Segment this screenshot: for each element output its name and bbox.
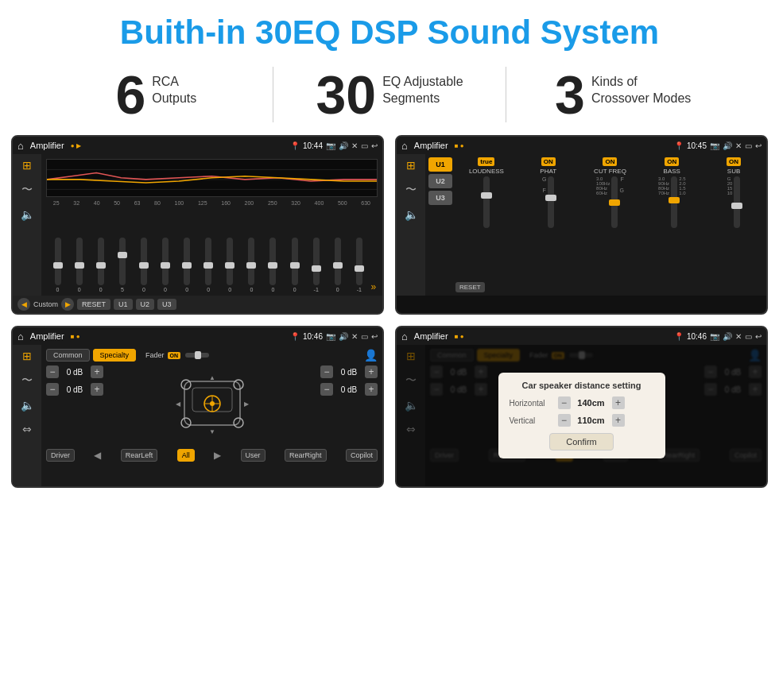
left-arrow-s3[interactable]: ◀ xyxy=(94,450,101,461)
screen-4-dialog: ⌂ Amplifier ■ ● 📍 10:46 📷 🔊 ✕ ▭ ↩ ⊞ 〜 🔈 … xyxy=(395,326,768,488)
filter-icon-s1[interactable]: ⊞ xyxy=(22,159,32,172)
stat-number-6: 6 xyxy=(115,68,145,122)
ch-lt-val: 0 dB xyxy=(62,368,87,377)
horizontal-val: 140cm xyxy=(576,398,607,408)
car-diagram: ▲ ▼ ◀ ▶ xyxy=(169,365,256,445)
screen-3-fader: ⌂ Amplifier ■ ● 📍 10:46 📷 🔊 ✕ ▭ ↩ ⊞ 〜 🔈 … xyxy=(11,326,384,488)
rearleft-btn-s3[interactable]: RearLeft xyxy=(121,449,158,462)
back-icon-s1[interactable]: ↩ xyxy=(371,141,378,150)
u1-active-button[interactable]: U1 xyxy=(428,157,452,172)
ch-rb-minus[interactable]: − xyxy=(320,383,333,396)
common-tab-s3[interactable]: Common xyxy=(46,349,90,362)
wave-icon-s2[interactable]: 〜 xyxy=(405,183,417,197)
specialty-tab-s3[interactable]: Specialty xyxy=(93,349,137,362)
volume-icon-s1[interactable]: 🔈 xyxy=(21,208,34,221)
stat-eq: 30 EQ AdjustableSegments xyxy=(281,68,498,122)
ch-lt-minus[interactable]: − xyxy=(46,365,59,378)
stat-divider-2 xyxy=(506,67,506,122)
home-icon-s3[interactable]: ⌂ xyxy=(17,331,24,342)
svg-text:◀: ◀ xyxy=(176,400,181,408)
wave-icon-s1[interactable]: 〜 xyxy=(21,183,33,197)
vertical-plus-btn[interactable]: + xyxy=(612,414,625,427)
u2-inactive-button[interactable]: U2 xyxy=(428,174,452,188)
wave-icon-s3[interactable]: 〜 xyxy=(21,373,33,388)
window-icon-s3[interactable]: ▭ xyxy=(361,332,368,341)
reset-button-s2[interactable]: RESET xyxy=(455,282,485,292)
horizontal-minus-btn[interactable]: − xyxy=(558,396,571,409)
slider-15: -1 xyxy=(349,238,369,292)
rearright-btn-s3[interactable]: RearRight xyxy=(285,449,327,462)
right-arrow-s3[interactable]: ▶ xyxy=(214,450,221,461)
ch-lb-minus[interactable]: − xyxy=(46,383,59,396)
window-icon-s4[interactable]: ▭ xyxy=(745,332,752,341)
screen4-topbar-icons: 📍 10:46 📷 🔊 ✕ ▭ ↩ xyxy=(674,332,762,341)
sound-icon-s2: 🔊 xyxy=(723,141,732,150)
screen2-topbar-icons: 📍 10:45 📷 🔊 ✕ ▭ ↩ xyxy=(674,141,762,150)
stat-number-3: 3 xyxy=(555,68,585,122)
ch-rb-plus[interactable]: + xyxy=(365,383,378,396)
camera-icon-s3: 📷 xyxy=(326,332,335,341)
u1-button-s1[interactable]: U1 xyxy=(114,299,133,310)
back-icon-s3[interactable]: ↩ xyxy=(371,332,378,341)
next-preset-button[interactable]: ▶ xyxy=(61,298,74,311)
location-icon-s4: 📍 xyxy=(674,332,684,341)
stat-label-rca: RCAOutputs xyxy=(152,68,196,107)
back-icon-s2[interactable]: ↩ xyxy=(755,141,762,150)
screen3-title: Amplifier xyxy=(30,331,64,341)
bass-module: ON BASS 3.090Hz80Hz70Hz 2.52.01 xyxy=(642,157,701,278)
reset-button-s1[interactable]: RESET xyxy=(77,299,110,310)
driver-btn-s3[interactable]: Driver xyxy=(46,449,75,462)
all-btn-s3[interactable]: All xyxy=(177,449,195,462)
expand-icon-s1[interactable]: » xyxy=(370,281,376,292)
horizontal-plus-btn[interactable]: + xyxy=(612,396,625,409)
screen2-body: ⊞ 〜 🔈 U1 U2 U3 true LOUDNESS xyxy=(397,154,766,296)
vertical-minus-btn[interactable]: − xyxy=(558,414,571,427)
u3-button-s1[interactable]: U3 xyxy=(157,299,176,310)
back-icon-s4[interactable]: ↩ xyxy=(755,332,762,341)
prev-preset-button[interactable]: ◀ xyxy=(17,298,30,311)
screen3-channel-rows: − 0 dB + − 0 dB + xyxy=(46,365,378,445)
filter-icon-s3[interactable]: ⊞ xyxy=(22,350,32,362)
preset-label: Custom xyxy=(33,300,58,308)
user-btn-s3[interactable]: User xyxy=(241,449,265,462)
close-icon-s2[interactable]: ✕ xyxy=(735,141,742,150)
u2-button-s1[interactable]: U2 xyxy=(136,299,155,310)
close-icon-s1[interactable]: ✕ xyxy=(351,141,358,150)
sub-module: ON SUB G201510 xyxy=(704,157,763,278)
stat-label-crossover: Kinds ofCrossover Modes xyxy=(591,68,691,107)
home-icon-s2[interactable]: ⌂ xyxy=(401,140,408,152)
filter-icon-s2[interactable]: ⊞ xyxy=(406,159,416,172)
home-icon-s1[interactable]: ⌂ xyxy=(17,140,24,152)
sound-icon-s4: 🔊 xyxy=(723,332,732,341)
close-icon-s3[interactable]: ✕ xyxy=(351,332,358,341)
ch-rt-plus[interactable]: + xyxy=(365,365,378,378)
volume-icon-s2[interactable]: 🔈 xyxy=(405,208,418,221)
screen2-side-panel: ⊞ 〜 🔈 xyxy=(397,154,425,296)
window-icon-s2[interactable]: ▭ xyxy=(745,141,752,150)
person-icon-s3: 👤 xyxy=(364,349,378,362)
stats-row: 6 RCAOutputs 30 EQ AdjustableSegments 3 … xyxy=(0,59,779,135)
ch-rt-minus[interactable]: − xyxy=(320,365,333,378)
ch-lb-plus[interactable]: + xyxy=(91,383,103,396)
phat-module: ON PHAT GF xyxy=(519,157,578,278)
ch-lt-plus[interactable]: + xyxy=(91,365,103,378)
confirm-button[interactable]: Confirm xyxy=(549,433,614,451)
screen1-bottom-bar: ◀ Custom ▶ RESET U1 U2 U3 xyxy=(13,296,382,313)
screen3-body: ⊞ 〜 🔈 ⇔ Common Specialty Fader ON 👤 xyxy=(13,345,382,486)
screen4-title: Amplifier xyxy=(414,331,448,341)
volume-icon-s3[interactable]: 🔈 xyxy=(21,399,34,412)
screen2-module-cols: true LOUDNESS ON PHAT xyxy=(457,157,763,278)
location-icon-s1: 📍 xyxy=(290,141,300,150)
stat-crossover: 3 Kinds ofCrossover Modes xyxy=(514,68,731,122)
u3-inactive-button[interactable]: U3 xyxy=(428,191,452,205)
expand-icon-s3[interactable]: ⇔ xyxy=(22,423,32,435)
home-icon-s4[interactable]: ⌂ xyxy=(401,331,408,342)
copilot-btn-s3[interactable]: Copilot xyxy=(346,449,378,462)
fader-hslider[interactable] xyxy=(185,353,209,358)
window-icon-s1[interactable]: ▭ xyxy=(361,141,368,150)
on-badge-s3[interactable]: ON xyxy=(168,352,181,359)
stat-label-eq: EQ AdjustableSegments xyxy=(382,68,463,107)
dialog-overlay: Car speaker distance setting Horizontal … xyxy=(397,345,766,486)
eq-sliders: 0 0 0 5 0 0 0 0 0 0 0 0 -1 0 -1 » xyxy=(46,208,378,292)
close-icon-s4[interactable]: ✕ xyxy=(735,332,742,341)
